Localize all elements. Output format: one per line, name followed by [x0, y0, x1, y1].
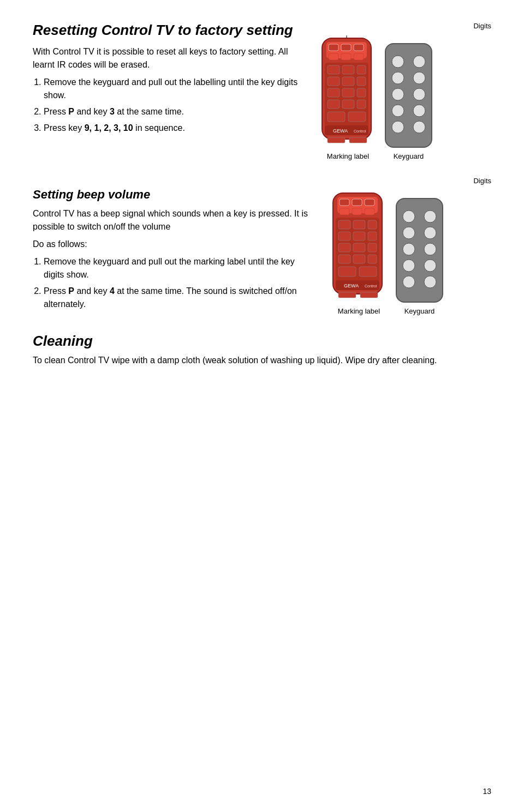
svg-text:Control: Control — [354, 129, 366, 133]
reset-remote-container: GEWA Control Marking label — [317, 35, 379, 160]
beep-keyguard-label: Keyguard — [404, 307, 435, 315]
reset-steps-list: Remove the keyguard and pull out the lab… — [44, 76, 300, 135]
reset-digits-label: Digits — [473, 22, 491, 30]
beep-title: Setting beep volume — [33, 188, 311, 202]
svg-rect-26 — [327, 137, 345, 143]
beep-steps-list: Remove the keyguard and pull out the mar… — [44, 255, 311, 311]
svg-point-75 — [403, 260, 415, 272]
beep-keyguard-svg — [394, 196, 445, 305]
svg-point-72 — [424, 227, 436, 239]
beep-step-2: Press P and key 4 at the same time. The … — [44, 285, 311, 311]
beep-image-area: Digits — [327, 177, 491, 315]
beep-marking-label: Marking label — [338, 307, 380, 315]
svg-point-31 — [413, 56, 425, 68]
svg-text:GEWA: GEWA — [333, 128, 348, 134]
reset-text: Resetting Control TV to factory setting … — [33, 22, 317, 140]
page-number: 13 — [483, 787, 491, 796]
beep-do-follows: Do as follows: — [33, 238, 311, 251]
svg-rect-9 — [327, 65, 340, 74]
svg-point-76 — [424, 260, 436, 272]
svg-text:Control: Control — [365, 284, 377, 288]
reset-title: Resetting Control TV to factory setting — [33, 22, 300, 39]
svg-point-39 — [413, 121, 425, 133]
svg-point-36 — [392, 105, 404, 117]
beep-digits-label: Digits — [473, 177, 491, 185]
svg-rect-19 — [342, 100, 354, 109]
svg-rect-53 — [353, 232, 365, 240]
svg-rect-7 — [354, 53, 364, 60]
svg-rect-12 — [327, 77, 340, 86]
svg-rect-2 — [329, 44, 338, 51]
svg-rect-4 — [354, 44, 364, 51]
svg-rect-54 — [368, 232, 377, 240]
svg-point-37 — [413, 105, 425, 117]
svg-rect-11 — [357, 65, 366, 74]
svg-rect-56 — [353, 243, 365, 252]
svg-point-69 — [403, 210, 415, 222]
svg-point-35 — [413, 88, 425, 100]
reset-remote-svg: GEWA Control — [317, 35, 379, 150]
svg-rect-50 — [353, 220, 365, 229]
svg-rect-61 — [338, 267, 356, 276]
cleaning-text: To clean Control TV wipe with a damp clo… — [33, 354, 491, 367]
beep-section: Setting beep volume Control TV has a bee… — [33, 177, 491, 316]
svg-text:GEWA: GEWA — [344, 283, 359, 288]
reset-step-1: Remove the keyguard and pull out the lab… — [44, 76, 300, 102]
beep-text: Setting beep volume Control TV has a bee… — [33, 177, 327, 316]
reset-step-3: Press key 9, 1, 2, 3, 10 in sequence. — [44, 122, 300, 135]
svg-point-77 — [403, 276, 415, 288]
reset-keyguard-label: Keyguard — [394, 152, 424, 160]
svg-rect-43 — [352, 199, 362, 206]
beep-remote-container: GEWA Control Marking label — [327, 190, 390, 315]
reset-devices: GEWA Control Marking label — [317, 35, 434, 160]
page: Resetting Control TV to factory setting … — [0, 0, 524, 812]
beep-devices: GEWA Control Marking label — [327, 190, 445, 315]
svg-rect-14 — [357, 77, 366, 86]
cleaning-section: Cleaning To clean Control TV wipe with a… — [33, 333, 491, 367]
reset-intro: With Control TV it is possible to reset … — [33, 45, 300, 71]
reset-step-2: Press P and key 3 at the same time. — [44, 105, 300, 118]
svg-point-73 — [403, 243, 415, 255]
svg-rect-18 — [327, 100, 340, 109]
beep-remote-svg: GEWA Control — [327, 190, 390, 305]
svg-rect-55 — [338, 243, 350, 252]
svg-point-30 — [392, 56, 404, 68]
svg-rect-13 — [342, 77, 354, 86]
svg-rect-49 — [338, 220, 350, 229]
svg-rect-58 — [338, 255, 350, 263]
reset-keyguard-svg — [383, 41, 434, 150]
svg-rect-62 — [359, 267, 377, 276]
svg-point-38 — [392, 121, 404, 133]
svg-rect-10 — [342, 65, 354, 74]
svg-point-78 — [424, 276, 436, 288]
cleaning-title: Cleaning — [33, 333, 491, 350]
svg-rect-44 — [365, 199, 374, 206]
reset-keyguard-container: Keyguard — [383, 41, 434, 160]
beep-keyguard-container: Keyguard — [394, 196, 445, 315]
beep-step-1: Remove the keyguard and pull out the mar… — [44, 255, 311, 281]
svg-rect-16 — [342, 88, 354, 97]
svg-rect-67 — [360, 292, 378, 298]
svg-rect-27 — [349, 137, 367, 143]
svg-point-71 — [403, 227, 415, 239]
svg-rect-42 — [340, 199, 349, 206]
svg-rect-57 — [368, 243, 377, 252]
svg-rect-21 — [327, 112, 345, 122]
svg-rect-5 — [329, 53, 338, 60]
svg-rect-22 — [348, 112, 366, 122]
svg-rect-52 — [338, 232, 350, 240]
svg-point-70 — [424, 210, 436, 222]
svg-point-32 — [392, 72, 404, 84]
svg-rect-60 — [368, 255, 377, 263]
reset-image-area: Digits — [317, 22, 491, 160]
svg-rect-6 — [341, 53, 351, 60]
svg-rect-51 — [368, 220, 377, 229]
reset-section: Resetting Control TV to factory setting … — [33, 22, 491, 160]
svg-rect-46 — [352, 208, 362, 215]
svg-rect-59 — [353, 255, 365, 263]
svg-rect-20 — [357, 100, 366, 109]
reset-marking-label: Marking label — [327, 152, 369, 160]
svg-rect-47 — [365, 208, 374, 215]
svg-rect-3 — [341, 44, 351, 51]
svg-point-74 — [424, 243, 436, 255]
